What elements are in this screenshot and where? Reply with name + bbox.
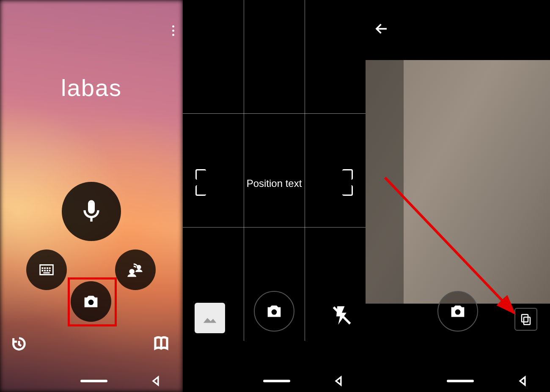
mic-icon: [78, 198, 105, 225]
position-hint: Position text: [183, 178, 366, 189]
svg-rect-0: [42, 267, 44, 269]
svg-rect-7: [49, 270, 51, 271]
svg-rect-17: [522, 315, 528, 322]
back-button[interactable]: [333, 375, 344, 387]
grid-line: [183, 113, 366, 114]
camera-icon: [264, 302, 284, 321]
book-icon: [152, 334, 170, 352]
android-nav: [0, 370, 183, 392]
back-button[interactable]: [150, 375, 162, 387]
gallery-button[interactable]: [195, 303, 225, 333]
android-nav: [183, 370, 366, 392]
back-button[interactable]: [517, 375, 528, 387]
mic-button[interactable]: [62, 182, 121, 241]
home-button[interactable]: [447, 380, 474, 382]
svg-rect-6: [47, 270, 48, 271]
phrasebook-button[interactable]: [152, 334, 170, 354]
flash-toggle[interactable]: [331, 304, 353, 328]
svg-rect-4: [42, 270, 44, 271]
svg-rect-12: [203, 311, 217, 326]
svg-rect-8: [43, 272, 50, 274]
svg-rect-5: [44, 270, 46, 271]
svg-rect-1: [44, 267, 46, 269]
back-arrow-icon: [374, 21, 389, 36]
conversation-button[interactable]: [115, 249, 156, 290]
page-fold: [366, 60, 404, 304]
keyboard-icon: [37, 260, 56, 280]
copy-button[interactable]: [514, 308, 537, 331]
svg-point-9: [129, 269, 135, 274]
shutter-button[interactable]: [254, 291, 294, 332]
svg-point-13: [272, 310, 277, 315]
svg-rect-2: [47, 267, 48, 269]
home-button[interactable]: [80, 380, 107, 382]
conversation-icon: [125, 259, 146, 280]
camera-icon: [448, 302, 468, 321]
history-icon: [11, 335, 28, 352]
home-button[interactable]: [263, 380, 290, 382]
svg-rect-16: [524, 317, 530, 325]
grid-line: [244, 0, 244, 341]
gallery-icon: [200, 308, 220, 328]
svg-point-15: [455, 310, 461, 315]
scanned-page: [366, 60, 550, 304]
svg-rect-3: [49, 267, 51, 269]
highlight-box-camera: [68, 277, 117, 326]
keyboard-button[interactable]: [26, 249, 67, 290]
android-nav: [366, 370, 550, 392]
history-button[interactable]: [11, 335, 28, 354]
grid-line: [183, 227, 366, 228]
flash-off-icon: [331, 304, 353, 326]
shutter-button[interactable]: [437, 291, 478, 332]
word-of-day: labas: [0, 74, 183, 101]
more-menu-button[interactable]: [172, 23, 174, 38]
grid-line: [305, 0, 305, 341]
back-arrow-button[interactable]: [374, 21, 389, 38]
copy-icon: [520, 313, 532, 326]
